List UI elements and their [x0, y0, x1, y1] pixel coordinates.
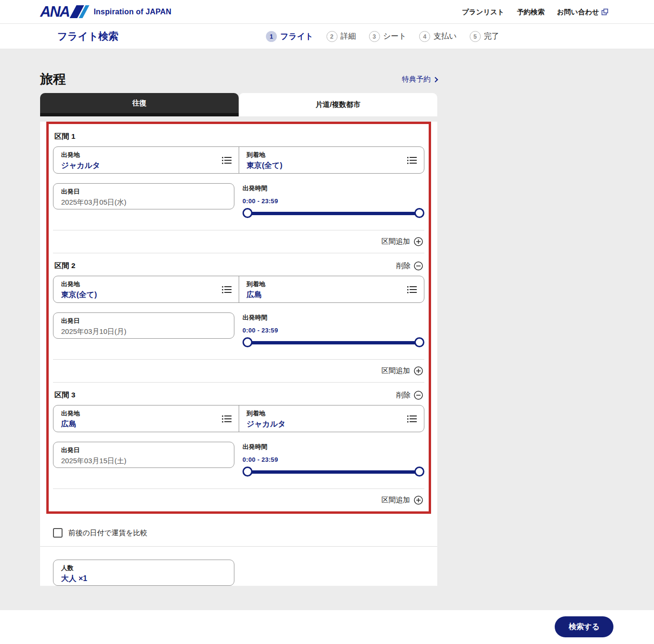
trip-type-tabs: 往復 片道/複数都市: [40, 93, 437, 116]
step-details: 2 詳細: [327, 31, 356, 42]
segment-1-add-segment[interactable]: 区間追加: [53, 230, 424, 253]
slider-track[interactable]: [247, 212, 420, 215]
ana-logo-text: ANA: [40, 4, 69, 19]
compare-fares-row: 前後の日付で運賃を比較: [40, 519, 437, 547]
slider-handle-end[interactable]: [414, 337, 424, 347]
segment-3-departure-field[interactable]: 出発地 広島: [53, 405, 239, 432]
page-section-title: フライト検索: [57, 30, 118, 43]
step-3-label: シート: [383, 31, 407, 42]
slider-handle-start[interactable]: [243, 467, 253, 477]
circle-plus-icon: [414, 366, 423, 375]
date-label: 出発日: [61, 446, 226, 455]
segment-1-arrival-field[interactable]: 到着地 東京(全て): [239, 147, 424, 173]
ana-logo[interactable]: ANA Inspiration of JAPAN: [40, 4, 171, 19]
slider-handle-start[interactable]: [243, 208, 253, 218]
slider-handle-end[interactable]: [414, 208, 424, 218]
list-icon[interactable]: [407, 156, 417, 165]
arrival-value: 東京(全て): [247, 161, 417, 171]
segment-2-time-block: 出発時間 0:00 - 23:59: [243, 312, 424, 348]
list-icon[interactable]: [407, 414, 417, 424]
segment-2-time-slider: [243, 337, 424, 348]
time-label: 出発時間: [243, 313, 424, 322]
step-4-label: 支払い: [433, 31, 456, 42]
segment-1: 区間 1 出発地 ジャカルタ 到着地 東京(全て): [53, 124, 424, 253]
step-seat: 3 シート: [369, 31, 407, 42]
segment-3-add-segment[interactable]: 区間追加: [53, 489, 424, 511]
segment-3: 区間 3 削除 出発地 広島 到着地: [53, 383, 424, 511]
list-icon[interactable]: [222, 285, 232, 294]
segment-2-arrival-field[interactable]: 到着地 広島: [239, 276, 424, 302]
compare-fares-checkbox[interactable]: [53, 528, 63, 538]
segment-1-places: 出発地 ジャカルタ 到着地 東京(全て): [53, 146, 424, 174]
circle-minus-icon: [414, 391, 423, 400]
segment-2: 区間 2 削除 出発地 東京(全て) 到着地: [53, 253, 424, 382]
circle-minus-icon: [414, 261, 423, 270]
step-1-label: フライト: [280, 31, 314, 42]
progress-steps: 1 フライト 2 詳細 3 シート 4 支払い 5 完了: [266, 24, 499, 49]
segment-1-time-slider: [243, 208, 424, 218]
step-2-circle: 2: [327, 31, 338, 42]
departure-value: 広島: [61, 419, 231, 429]
date-value: 2025年03月10日(月): [61, 327, 226, 336]
segment-1-departure-field[interactable]: 出発地 ジャカルタ: [53, 147, 239, 173]
step-flight: 1 フライト: [266, 31, 314, 42]
departure-label: 出発地: [61, 409, 231, 418]
passengers-field[interactable]: 人数 大人 ×1: [53, 560, 234, 586]
ana-slash-icon: [73, 5, 86, 18]
segment-1-date-field[interactable]: 出発日 2025年03月05日(水): [53, 183, 234, 209]
ana-tagline: Inspiration of JAPAN: [94, 8, 171, 16]
bottom-action-bar: 検索する: [0, 610, 654, 644]
segment-3-places: 出発地 広島 到着地 ジャカルタ: [53, 405, 424, 432]
slider-handle-end[interactable]: [414, 467, 424, 477]
tab-roundtrip[interactable]: 往復: [40, 93, 239, 116]
passengers-value: 大人 ×1: [61, 574, 226, 584]
arrival-label: 到着地: [247, 151, 417, 159]
main-area: 旅程 特典予約 往復 片道/複数都市 区間 1 出発地: [0, 49, 654, 610]
segment-2-date-field[interactable]: 出発日 2025年03月10日(月): [53, 312, 234, 339]
list-icon[interactable]: [222, 156, 232, 165]
search-panel: 区間 1 出発地 ジャカルタ 到着地 東京(全て): [40, 122, 437, 586]
time-label: 出発時間: [243, 443, 424, 451]
slider-handle-start[interactable]: [243, 337, 253, 347]
list-icon[interactable]: [222, 414, 232, 424]
circle-plus-icon: [414, 237, 423, 246]
tab-oneway-multicity[interactable]: 片道/複数都市: [239, 93, 437, 116]
departure-label: 出発地: [61, 151, 231, 159]
segment-2-departure-field[interactable]: 出発地 東京(全て): [53, 276, 239, 302]
time-label: 出発時間: [243, 184, 424, 193]
award-booking-link[interactable]: 特典予約: [402, 75, 437, 84]
time-range-value: 0:00 - 23:59: [243, 327, 424, 334]
slider-track[interactable]: [247, 470, 420, 474]
list-icon[interactable]: [407, 285, 417, 294]
step-2-label: 詳細: [341, 31, 356, 42]
departure-label: 出発地: [61, 280, 231, 289]
segment-2-add-segment[interactable]: 区間追加: [53, 360, 424, 382]
step-payment: 4 支払い: [419, 31, 456, 42]
top-nav: プランリスト 予約検索 お問い合わせ: [462, 0, 608, 24]
nav-contact[interactable]: お問い合わせ: [557, 8, 608, 17]
departure-value: 東京(全て): [61, 290, 231, 300]
step-5-circle: 5: [470, 31, 481, 42]
arrival-value: 広島: [247, 290, 417, 300]
arrival-value: ジャカルタ: [247, 419, 417, 429]
step-1-circle: 1: [266, 31, 277, 42]
departure-value: ジャカルタ: [61, 161, 231, 171]
segment-3-time-block: 出発時間 0:00 - 23:59: [243, 442, 424, 477]
compare-fares-label[interactable]: 前後の日付で運賃を比較: [68, 529, 148, 538]
nav-plan-list[interactable]: プランリスト: [462, 8, 505, 17]
search-button[interactable]: 検索する: [555, 616, 613, 637]
external-link-icon: [601, 9, 608, 15]
segment-2-delete[interactable]: 削除: [396, 261, 423, 270]
step-3-circle: 3: [369, 31, 380, 42]
segment-3-title: 区間 3: [54, 390, 75, 400]
segment-2-title: 区間 2: [54, 261, 75, 271]
arrival-label: 到着地: [247, 280, 417, 289]
segment-3-arrival-field[interactable]: 到着地 ジャカルタ: [239, 405, 424, 432]
step-complete: 5 完了: [470, 31, 499, 42]
segment-3-delete[interactable]: 削除: [396, 391, 423, 400]
segment-3-date-field[interactable]: 出発日 2025年03月15日(土): [53, 442, 234, 468]
time-range-value: 0:00 - 23:59: [243, 456, 424, 463]
date-value: 2025年03月15日(土): [61, 457, 226, 466]
slider-track[interactable]: [247, 341, 420, 344]
nav-booking-search[interactable]: 予約検索: [517, 8, 545, 17]
